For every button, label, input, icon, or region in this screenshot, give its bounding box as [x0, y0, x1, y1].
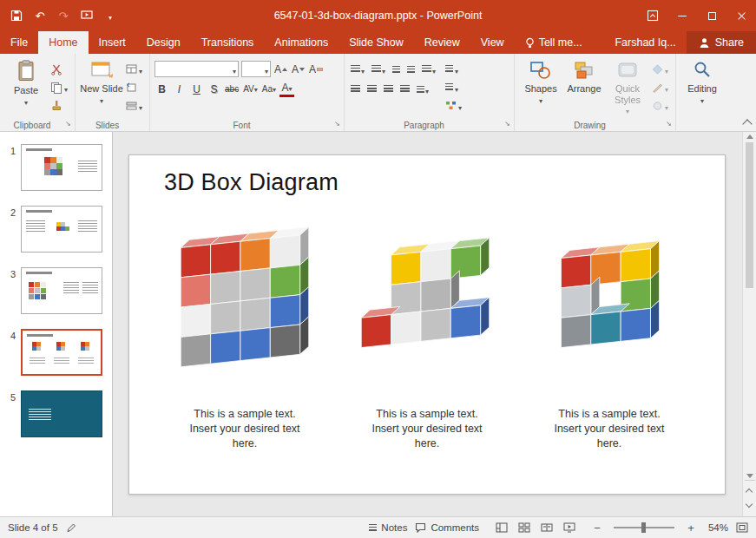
text-direction-button[interactable] — [443, 61, 464, 77]
slide-sorter-button[interactable] — [518, 522, 530, 533]
redo-icon[interactable]: ↷ — [56, 8, 71, 23]
reset-button[interactable] — [123, 79, 145, 95]
copy-button[interactable] — [48, 79, 70, 95]
new-slide-button[interactable]: New Slide — [80, 57, 123, 105]
text-shadow-button[interactable]: S — [207, 81, 221, 97]
zoom-in-button[interactable]: + — [686, 522, 696, 535]
align-left-button[interactable] — [349, 82, 362, 97]
account-user-name[interactable]: Farshad Iq... — [604, 31, 686, 54]
font-color-button[interactable]: A — [279, 81, 294, 97]
reading-view-button[interactable] — [541, 522, 553, 533]
increase-font-size-button[interactable]: A — [273, 61, 288, 77]
notes-toggle[interactable]: Notes — [369, 522, 407, 533]
bold-button[interactable]: B — [154, 81, 169, 97]
fit-slide-to-window-button[interactable] — [736, 522, 748, 533]
minimize-button[interactable] — [667, 0, 697, 31]
zoom-out-button[interactable]: − — [592, 522, 602, 535]
scroll-up-icon[interactable] — [746, 134, 753, 139]
slide-thumbnail-3[interactable]: 3 — [0, 267, 112, 314]
save-icon[interactable] — [9, 8, 24, 23]
editing-button[interactable]: Editing — [680, 57, 724, 105]
status-pen-icon[interactable] — [66, 522, 76, 533]
align-text-button[interactable] — [443, 79, 464, 95]
share-button[interactable]: Share — [687, 31, 756, 54]
underline-button[interactable]: U — [189, 81, 204, 97]
columns-button[interactable] — [415, 82, 431, 97]
slide-4-editing-surface[interactable]: 3D Box Diagram This is a sample text. In… — [128, 154, 726, 495]
quick-styles-button[interactable]: Quick Styles — [606, 57, 649, 116]
vertical-scrollbar[interactable] — [742, 132, 756, 516]
tab-view[interactable]: View — [470, 31, 515, 54]
format-painter-button[interactable] — [48, 97, 70, 114]
font-dialog-launcher[interactable] — [333, 121, 341, 129]
layout-button[interactable] — [123, 61, 145, 77]
numbering-button[interactable] — [370, 62, 387, 77]
slide-title[interactable]: 3D Box Diagram — [164, 169, 339, 196]
tab-animations[interactable]: Animations — [264, 31, 339, 54]
cut-button[interactable] — [48, 61, 70, 77]
line-spacing-button[interactable] — [420, 62, 437, 77]
previous-slide-button[interactable] — [745, 485, 755, 495]
section-button[interactable] — [123, 97, 145, 114]
decrease-font-size-button[interactable]: A — [291, 61, 306, 77]
align-center-button[interactable] — [365, 82, 378, 97]
slide-canvas[interactable]: 3D Box Diagram This is a sample text. In… — [113, 132, 742, 516]
italic-button[interactable]: I — [172, 81, 187, 97]
box-diagram-figure-2[interactable] — [345, 213, 509, 384]
zoom-level[interactable]: 54% — [704, 522, 728, 533]
slideshow-view-button[interactable] — [563, 522, 575, 533]
drawing-dialog-launcher[interactable] — [665, 121, 673, 129]
zoom-slider-thumb[interactable] — [641, 522, 646, 533]
scroll-down-icon[interactable] — [746, 474, 753, 478]
caption-text-3[interactable]: This is a sample text. Insert your desir… — [527, 407, 692, 451]
convert-smartart-button[interactable] — [443, 97, 464, 114]
font-name-combobox[interactable] — [154, 61, 239, 77]
tab-transitions[interactable]: Transitions — [191, 31, 265, 54]
slide-thumbnail-4-selected[interactable]: 4 — [0, 329, 112, 376]
slide-thumbnail-2[interactable]: 2 — [0, 206, 112, 253]
change-case-button[interactable]: Aa — [261, 81, 277, 97]
zoom-slider[interactable] — [614, 527, 674, 528]
tab-home[interactable]: Home — [38, 31, 88, 54]
clipboard-dialog-launcher[interactable] — [64, 121, 72, 129]
decrease-indent-button[interactable] — [391, 62, 402, 77]
tab-file[interactable]: File — [0, 31, 38, 54]
tab-design[interactable]: Design — [136, 31, 191, 54]
increase-indent-button[interactable] — [405, 62, 417, 77]
font-size-combobox[interactable] — [241, 61, 271, 77]
close-button[interactable] — [726, 0, 756, 31]
comments-toggle[interactable]: Comments — [415, 522, 479, 533]
box-diagram-figure-1[interactable] — [162, 213, 327, 384]
strikethrough-button[interactable]: abc — [224, 81, 240, 97]
next-slide-button[interactable] — [745, 501, 755, 511]
slide-thumbnail-1[interactable]: 1 — [0, 144, 112, 191]
character-spacing-button[interactable]: AV — [242, 81, 259, 97]
maximize-button[interactable] — [697, 0, 726, 31]
tab-insert[interactable]: Insert — [89, 31, 136, 54]
scrollbar-thumb[interactable] — [746, 142, 753, 288]
start-slideshow-icon[interactable] — [79, 8, 95, 23]
caption-text-2[interactable]: This is a sample text. Insert your desir… — [345, 407, 509, 451]
arrange-button[interactable]: Arrange — [562, 57, 606, 95]
paragraph-dialog-launcher[interactable] — [503, 121, 511, 129]
clear-formatting-button[interactable]: A — [308, 61, 324, 77]
justify-button[interactable] — [398, 82, 411, 97]
paste-button[interactable]: Paste — [4, 57, 48, 107]
shapes-button[interactable]: Shapes — [519, 57, 562, 105]
box-diagram-figure-3[interactable] — [527, 213, 692, 384]
collapse-ribbon-icon[interactable] — [742, 119, 752, 128]
tab-review[interactable]: Review — [414, 31, 470, 54]
tab-slide-show[interactable]: Slide Show — [339, 31, 414, 54]
customize-qat-icon[interactable] — [102, 8, 118, 23]
shape-effects-button[interactable] — [649, 97, 671, 114]
shape-outline-button[interactable] — [649, 79, 671, 95]
undo-icon[interactable]: ↶ — [32, 8, 48, 23]
normal-view-button[interactable] — [496, 522, 508, 533]
slide-thumbnail-5[interactable]: 5 — [0, 390, 112, 437]
shape-fill-button[interactable] — [649, 61, 671, 77]
ribbon-display-options-icon[interactable] — [638, 0, 667, 31]
bullets-button[interactable] — [349, 62, 366, 77]
caption-text-1[interactable]: This is a sample text. Insert your desir… — [162, 407, 327, 451]
align-right-button[interactable] — [382, 82, 395, 97]
tell-me-box[interactable]: Tell me... — [515, 31, 593, 54]
